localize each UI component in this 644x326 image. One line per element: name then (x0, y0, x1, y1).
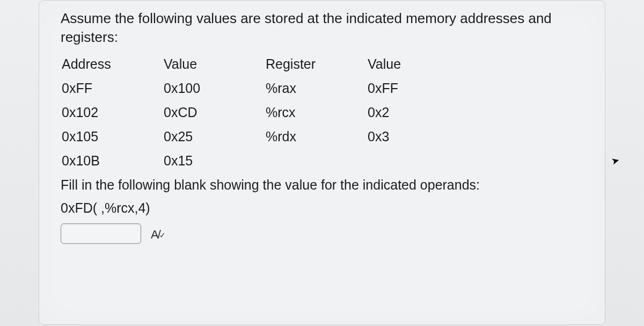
cell-register: %rcx (266, 105, 368, 120)
header-value-mem: Value (164, 56, 266, 72)
cell-address: 0x105 (62, 129, 164, 144)
table-row: 0x102 0xCD %rcx 0x2 (62, 105, 586, 120)
header-address: Address (62, 56, 164, 72)
table-row: 0x105 0x25 %rdx 0x3 (62, 129, 586, 144)
cell-address: 0x10B (62, 153, 164, 169)
cell-value-reg: 0xFF (368, 81, 470, 96)
memory-register-table: Address Value Register Value 0xFF 0x100 … (62, 56, 586, 169)
cell-value-mem: 0x15 (164, 153, 266, 169)
cell-value-mem: 0x25 (164, 129, 266, 144)
cell-value-reg: 0x2 (368, 105, 470, 120)
question-card: Assume the following values are stored a… (39, 0, 605, 325)
operand-expression: 0xFD( ,%rcx,4) (61, 200, 586, 216)
table-row: 0x10B 0x15 (62, 153, 586, 169)
cell-value-mem: 0x100 (164, 81, 266, 96)
fill-blank-prompt: Fill in the following blank showing the … (61, 177, 586, 193)
cell-register: %rax (266, 81, 368, 96)
table-row: 0xFF 0x100 %rax 0xFF (62, 81, 586, 96)
page-root: Assume the following values are stored a… (0, 0, 644, 326)
cell-address: 0xFF (62, 81, 164, 96)
cell-register: %rdx (266, 129, 368, 144)
cell-value-reg: 0x3 (368, 129, 470, 144)
header-value-reg: Value (368, 56, 470, 72)
cell-value-mem: 0xCD (164, 105, 266, 120)
answer-input[interactable] (61, 223, 141, 244)
intro-text: Assume the following values are stored a… (61, 9, 586, 47)
spellcheck-icon[interactable]: A/✓ (151, 228, 165, 242)
cell-address: 0x102 (62, 105, 164, 120)
answer-row: A/✓ (61, 223, 586, 244)
mouse-cursor-icon: ➤ (610, 154, 620, 167)
table-header-row: Address Value Register Value (62, 56, 586, 72)
header-register: Register (266, 56, 368, 72)
